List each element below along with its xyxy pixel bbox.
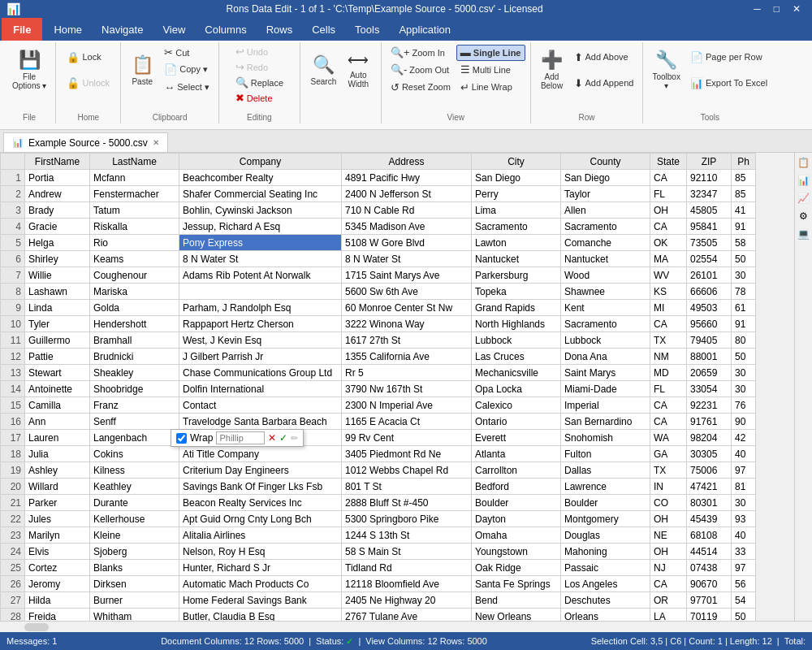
- col-header-city[interactable]: City: [472, 154, 561, 170]
- cell-city[interactable]: Las Cruces: [472, 349, 561, 365]
- cell-city[interactable]: New Orleans: [472, 609, 561, 622]
- cell-lastname[interactable]: Golda: [90, 300, 179, 316]
- cells-menu[interactable]: Cells: [302, 18, 345, 41]
- cell-state[interactable]: OH: [650, 511, 687, 527]
- cell-state[interactable]: CA: [650, 414, 687, 430]
- cell-firstname[interactable]: Andrew: [25, 186, 90, 202]
- cell-lastname[interactable]: Fenstermacher: [90, 186, 179, 202]
- cell-firstname[interactable]: Jules: [25, 511, 90, 527]
- cell-county[interactable]: Montgomery: [561, 511, 650, 527]
- cell-city[interactable]: Santa Fe Springs: [472, 576, 561, 592]
- cell-company[interactable]: Bohlin, Cywinski Jackson: [179, 202, 342, 219]
- cell-firstname[interactable]: Antoinette: [25, 381, 90, 397]
- col-header-lastname[interactable]: LastName: [90, 154, 179, 170]
- cell-company[interactable]: Nelson, Roy H Esq: [179, 544, 342, 560]
- cell-address[interactable]: 1715 Saint Marys Ave: [342, 267, 472, 284]
- cell-lastname[interactable]: Shoobridge: [90, 381, 179, 397]
- cell-firstname[interactable]: Parker: [25, 495, 90, 511]
- col-header-firstname[interactable]: FirstName: [25, 154, 90, 170]
- cell-address[interactable]: 1244 S 13th St: [342, 527, 472, 544]
- cell-address[interactable]: 5300 Springboro Pike: [342, 511, 472, 527]
- table-row[interactable]: 26JeromyDirksenAutomatic Mach Products C…: [1, 576, 756, 592]
- copy-button[interactable]: 📄 Copy ▾: [160, 62, 214, 78]
- cell-lastname[interactable]: Langenbach: [90, 430, 179, 446]
- cell-firstname[interactable]: Helga: [25, 235, 90, 251]
- cell-state[interactable]: WA: [650, 430, 687, 446]
- cell-ph[interactable]: 76: [732, 397, 756, 414]
- undo-button[interactable]: ↩ Undo: [231, 44, 287, 59]
- cell-ph[interactable]: 58: [732, 235, 756, 251]
- table-row[interactable]: 21ParkerDuranteBeacon Realty Services In…: [1, 495, 756, 511]
- cell-city[interactable]: Mechanicsville: [472, 365, 561, 381]
- cell-city[interactable]: Bend: [472, 592, 561, 609]
- cell-lastname[interactable]: Sjoberg: [90, 544, 179, 560]
- table-row[interactable]: 4GracieRiskallaJessup, Richard A Esq5345…: [1, 219, 756, 235]
- cell-firstname[interactable]: Willard: [25, 479, 90, 495]
- zoom-out-button[interactable]: 🔍- Zoom Out: [387, 62, 455, 78]
- cell-company[interactable]: Pony Express: [179, 235, 342, 251]
- minimize-button[interactable]: ─: [749, 0, 766, 18]
- cell-county[interactable]: Mahoning: [561, 544, 650, 560]
- cell-company[interactable]: J Gilbert Parrish Jr: [179, 349, 342, 365]
- single-line-button[interactable]: ▬ Single Line: [456, 45, 525, 61]
- side-icon-5[interactable]: 💻: [796, 226, 812, 242]
- cell-firstname[interactable]: Tyler: [25, 316, 90, 332]
- cell-lastname[interactable]: Coughenour: [90, 267, 179, 284]
- cell-state[interactable]: CA: [650, 219, 687, 235]
- cell-zip[interactable]: 98204: [687, 430, 732, 446]
- cell-city[interactable]: North Highlands: [472, 316, 561, 332]
- cell-ph[interactable]: 80: [732, 332, 756, 349]
- cell-company[interactable]: Rappaport Hertz Cherson: [179, 316, 342, 332]
- export-excel-button[interactable]: 📊 Export To Excel: [686, 75, 771, 91]
- cell-zip[interactable]: 26101: [687, 267, 732, 284]
- cell-ph[interactable]: 85: [732, 186, 756, 202]
- tools-menu[interactable]: Tools: [345, 18, 389, 41]
- cell-ph[interactable]: 50: [732, 251, 756, 267]
- cell-firstname[interactable]: Brady: [25, 202, 90, 219]
- col-header-zip[interactable]: ZIP: [687, 154, 732, 170]
- cell-state[interactable]: MA: [650, 251, 687, 267]
- cell-state[interactable]: OR: [650, 592, 687, 609]
- zoom-in-button[interactable]: 🔍+ Zoom In: [387, 45, 455, 61]
- cell-address[interactable]: Tidland Rd: [342, 560, 472, 576]
- cell-zip[interactable]: 49503: [687, 300, 732, 316]
- cell-firstname[interactable]: Hilda: [25, 592, 90, 609]
- scrollbar-thumb[interactable]: [24, 623, 49, 631]
- maximize-button[interactable]: □: [769, 0, 784, 18]
- cell-company[interactable]: Beacon Realty Services Inc: [179, 495, 342, 511]
- cell-lastname[interactable]: Keathley: [90, 479, 179, 495]
- cell-county[interactable]: Dona Ana: [561, 349, 650, 365]
- cell-address[interactable]: 60 Monroe Center St Nw: [342, 300, 472, 316]
- cell-county[interactable]: Orleans: [561, 609, 650, 622]
- cell-address[interactable]: 5600 Sw 6th Ave: [342, 284, 472, 300]
- table-row[interactable]: 10TylerHendershottRappaport Hertz Cherso…: [1, 316, 756, 332]
- table-row[interactable]: 14AntoinetteShoobridgeDolfin Internation…: [1, 381, 756, 397]
- cell-firstname[interactable]: Marilyn: [25, 527, 90, 544]
- cell-city[interactable]: Carrollton: [472, 462, 561, 479]
- cell-ph[interactable]: 50: [732, 609, 756, 622]
- file-menu[interactable]: File: [2, 18, 42, 41]
- cell-firstname[interactable]: Willie: [25, 267, 90, 284]
- cell-state[interactable]: CO: [650, 495, 687, 511]
- cell-zip[interactable]: 30305: [687, 446, 732, 462]
- cell-state[interactable]: LA: [650, 609, 687, 622]
- cell-ph[interactable]: 42: [732, 430, 756, 446]
- cell-company[interactable]: West, J Kevin Esq: [179, 332, 342, 349]
- table-row[interactable]: 6ShirleyKeams8 N Water St8 N Water StNan…: [1, 251, 756, 267]
- cell-city[interactable]: Calexico: [472, 397, 561, 414]
- cell-zip[interactable]: 47421: [687, 479, 732, 495]
- cell-firstname[interactable]: Portia: [25, 170, 90, 186]
- cell-city[interactable]: Lawton: [472, 235, 561, 251]
- cell-firstname[interactable]: Jeromy: [25, 576, 90, 592]
- cell-county[interactable]: Deschutes: [561, 592, 650, 609]
- search-button[interactable]: 🔍 Search: [307, 44, 341, 96]
- cell-company[interactable]: Shafer Commercial Seating Inc: [179, 186, 342, 202]
- cell-zip[interactable]: 97701: [687, 592, 732, 609]
- cell-lastname[interactable]: Riskalla: [90, 219, 179, 235]
- col-header-state[interactable]: State: [650, 154, 687, 170]
- table-row[interactable]: 8LashawnMariska5600 Sw 6th AveTopekaShaw…: [1, 284, 756, 300]
- cell-zip[interactable]: 92110: [687, 170, 732, 186]
- cell-firstname[interactable]: Ann: [25, 414, 90, 430]
- cell-company[interactable]: Alitalia Airlines: [179, 527, 342, 544]
- table-row[interactable]: 23MarilynKleineAlitalia Airlines1244 S 1…: [1, 527, 756, 544]
